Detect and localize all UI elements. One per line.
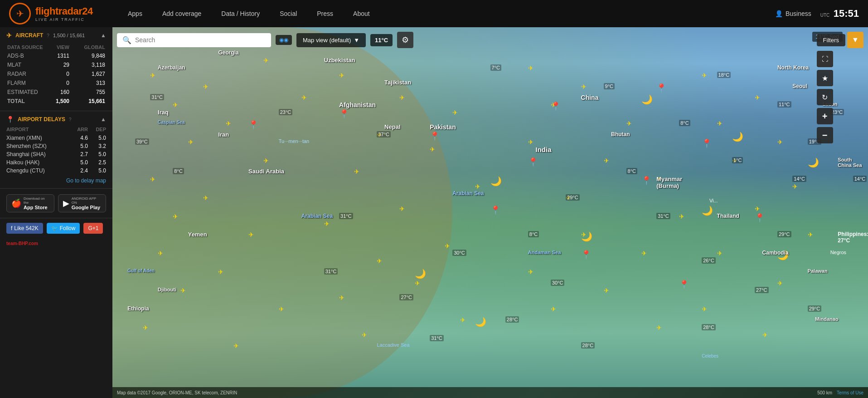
map-area[interactable]: 🔍 ◉◉ Map view (default) ▼ 11°C ⚙ Filters xyxy=(112,27,868,398)
filter-icon: ▼ xyxy=(852,36,859,44)
col-source: DATA SOURCE xyxy=(7,44,44,51)
filters-button[interactable]: Filters xyxy=(817,34,845,46)
list-item: Haikou (HAK) 5.0 2.5 xyxy=(6,158,106,167)
location-icon: 📍 xyxy=(6,116,14,123)
aircraft-help[interactable]: ? xyxy=(47,33,49,38)
left-panel: ✈ AIRCRAFT ? 1,500 / 15,661 ▲ DATA SOURC… xyxy=(0,27,112,398)
utc-time: UTC 15:51 xyxy=(820,8,859,20)
aircraft-title: ✈ AIRCRAFT ? 1,500 / 15,661 xyxy=(6,32,85,39)
business-label: Business xyxy=(786,10,811,17)
search-input[interactable] xyxy=(135,36,266,44)
temp-value: 11°C xyxy=(375,37,388,44)
delays-collapse[interactable]: ▲ xyxy=(101,116,106,123)
aircraft-collapse[interactable]: ▲ xyxy=(101,32,106,39)
twitter-button[interactable]: 🐦 Follow xyxy=(47,223,80,234)
aircraft-section: ✈ AIRCRAFT ? 1,500 / 15,661 ▲ DATA SOURC… xyxy=(0,27,112,111)
table-row: RADAR 0 1,627 xyxy=(7,70,105,78)
logo-text: flightradar24 LIVE AIR TRAFFIC xyxy=(35,5,93,22)
search-box[interactable]: 🔍 xyxy=(117,33,271,47)
map-top-bar: 🔍 ◉◉ Map view (default) ▼ 11°C ⚙ xyxy=(117,32,863,48)
plus-icon: + xyxy=(822,111,828,122)
col-arr: ARR xyxy=(70,127,88,132)
table-row: ADS-B 1311 9,848 xyxy=(7,52,105,60)
facebook-label: Like 542K xyxy=(14,225,38,231)
android-icon: ▶ xyxy=(63,198,69,208)
facebook-icon: f xyxy=(11,225,12,231)
map-background: 🔍 ◉◉ Map view (default) ▼ 11°C ⚙ Filters xyxy=(112,27,868,398)
aircraft-header: ✈ AIRCRAFT ? 1,500 / 15,661 ▲ xyxy=(6,32,106,39)
logo-icon: ✈ xyxy=(9,3,31,25)
nav-social[interactable]: Social xyxy=(270,0,307,27)
nav-about[interactable]: About xyxy=(343,0,380,27)
top-navigation: ✈ flightradar24 LIVE AIR TRAFFIC Apps Ad… xyxy=(0,0,868,27)
watermark: team-BHP.com xyxy=(0,238,112,249)
scale-label: 500 km xyxy=(817,390,832,395)
logo-name: flightradar24 xyxy=(35,5,93,17)
user-icon: 👤 xyxy=(775,10,783,17)
aircraft-count: 1,500 / 15,661 xyxy=(53,33,85,38)
gear-icon: ⚙ xyxy=(402,35,409,45)
twitter-label: Follow xyxy=(60,225,76,231)
table-row: FLARM 0 313 xyxy=(7,79,105,87)
facebook-button[interactable]: f Like 542K xyxy=(6,223,43,234)
radio-indicator: ◉◉ xyxy=(276,35,292,45)
appstore-sub: Download on the xyxy=(24,197,49,205)
radio-icon: ◉◉ xyxy=(279,37,288,43)
delay-map-link[interactable]: Go to delay map xyxy=(6,177,106,184)
utc-label: UTC xyxy=(820,13,830,18)
nav-apps[interactable]: Apps xyxy=(118,0,152,27)
current-time: 15:51 xyxy=(834,8,859,19)
airport-delays-header: 📍 AIRPORT DELAYS ? ▲ xyxy=(6,116,106,123)
apple-icon: 🍎 xyxy=(11,198,21,208)
list-item: Shenzhen (SZX) 5.0 3.2 xyxy=(6,142,106,150)
zoom-in-button[interactable]: + xyxy=(817,108,833,124)
fullscreen-button[interactable]: ⛶ xyxy=(817,51,833,67)
refresh-button[interactable]: ↻ xyxy=(817,89,833,105)
filters-row: Filters ▼ xyxy=(817,32,863,48)
airport-delays-section: 📍 AIRPORT DELAYS ? ▲ AIRPORT ARR DEP Xia… xyxy=(0,111,112,189)
filter-active-button[interactable]: ▼ xyxy=(847,32,863,48)
appstore-badge[interactable]: 🍎 Download on the App Store xyxy=(6,194,54,212)
googleplus-label: G+1 xyxy=(88,225,98,231)
col-global: GLOBAL xyxy=(70,44,105,51)
col-dep: DEP xyxy=(88,127,106,132)
logo-area[interactable]: ✈ flightradar24 LIVE AIR TRAFFIC xyxy=(0,3,118,25)
expand-icon: ⛶ xyxy=(822,55,828,63)
app-badges: 🍎 Download on the App Store ▶ ANDROID AP… xyxy=(0,189,112,218)
airport-delays-title-text: AIRPORT DELAYS xyxy=(18,116,65,123)
table-row-total: TOTAL 1,500 15,661 xyxy=(7,97,105,105)
list-item: Xiamen (XMN) 4.6 5.0 xyxy=(6,134,106,142)
map-view-label: Map view (default) xyxy=(303,37,351,44)
col-airport: AIRPORT xyxy=(6,127,70,132)
land-west xyxy=(112,27,452,398)
business-button[interactable]: 👤 Business xyxy=(775,10,811,17)
minus-icon: − xyxy=(822,130,828,141)
refresh-icon: ↻ xyxy=(822,93,828,102)
appstore-text: Download on the App Store xyxy=(24,197,49,210)
googleplus-button[interactable]: G+1 xyxy=(83,223,103,234)
table-row: MLAT 29 3,118 xyxy=(7,61,105,69)
appstore-title: App Store xyxy=(24,205,49,210)
airport-delays-title: 📍 AIRPORT DELAYS ? xyxy=(6,116,71,123)
settings-button[interactable]: ⚙ xyxy=(397,32,413,48)
nav-press[interactable]: Press xyxy=(307,0,343,27)
googleplay-text: ANDROID APP ON Google Play xyxy=(72,197,101,210)
terms-link[interactable]: Terms of Use xyxy=(837,390,863,395)
map-footer: Map data ©2017 Google, ORION-ME, SK tele… xyxy=(112,387,868,398)
aircraft-title-text: AIRCRAFT xyxy=(15,32,43,39)
favorite-button[interactable]: ★ xyxy=(817,70,833,86)
table-row: ESTIMATED 160 755 xyxy=(7,88,105,96)
delays-help[interactable]: ? xyxy=(69,117,72,122)
nav-data-history[interactable]: Data / History xyxy=(211,0,270,27)
nav-add-coverage[interactable]: Add coverage xyxy=(152,0,211,27)
main-nav: Apps Add coverage Data / History Social … xyxy=(118,0,775,27)
googleplay-badge[interactable]: ▶ ANDROID APP ON Google Play xyxy=(58,194,106,212)
map-view-button[interactable]: Map view (default) ▼ xyxy=(296,33,366,47)
map-scale: 500 km Terms of Use xyxy=(817,390,863,395)
list-item: Chengdu (CTU) 2.4 5.0 xyxy=(6,167,106,175)
aircraft-icon: ✈ xyxy=(6,32,12,39)
zoom-out-button[interactable]: − xyxy=(817,127,833,143)
aircraft-data-table: DATA SOURCE VIEW GLOBAL ADS-B 1311 9,848… xyxy=(6,43,106,106)
star-icon: ★ xyxy=(822,74,828,83)
map-attribution: Map data ©2017 Google, ORION-ME, SK tele… xyxy=(117,390,237,395)
